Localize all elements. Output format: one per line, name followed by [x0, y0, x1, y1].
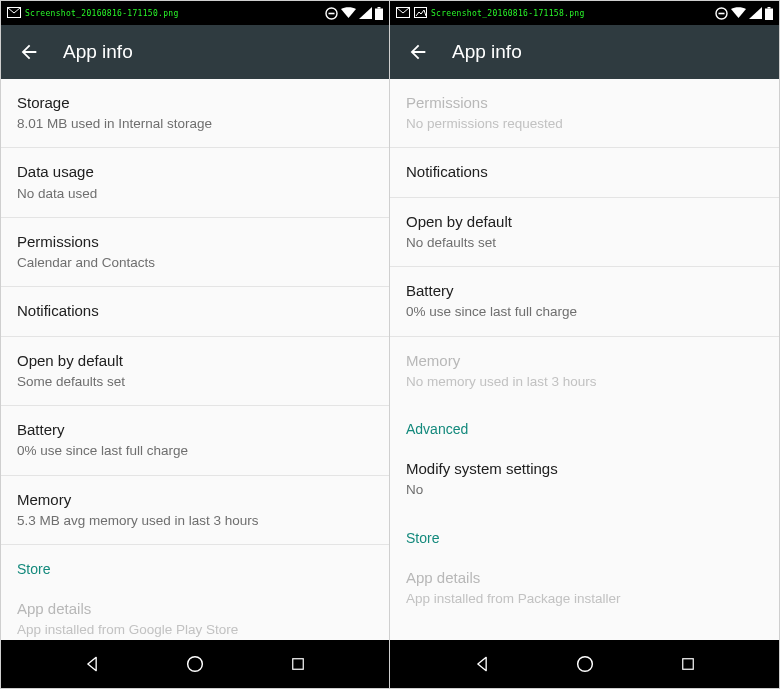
- phone-right: Screenshot_20160816-171158.png App info …: [390, 0, 780, 689]
- battery-icon: [765, 7, 773, 20]
- nav-back[interactable]: [64, 640, 120, 688]
- status-filename: Screenshot_20160816-171150.png: [25, 9, 179, 18]
- row-notifications[interactable]: Notifications: [390, 148, 779, 197]
- row-title: Open by default: [17, 351, 373, 371]
- row-title: Storage: [17, 93, 373, 113]
- nav-recent[interactable]: [660, 640, 716, 688]
- row-title: Open by default: [406, 212, 763, 232]
- row-subtitle: Some defaults set: [17, 373, 373, 391]
- row-subtitle: No memory used in last 3 hours: [406, 373, 763, 391]
- row-title: Data usage: [17, 162, 373, 182]
- nav-bar: [1, 640, 389, 688]
- signal-icon: [749, 7, 762, 19]
- row-title: Permissions: [17, 232, 373, 252]
- row-subtitle: 0% use since last full charge: [406, 303, 763, 321]
- status-filename: Screenshot_20160816-171158.png: [431, 9, 585, 18]
- row-title: Notifications: [406, 162, 763, 182]
- row-subtitle: App installed from Package installer: [406, 590, 763, 608]
- row-title: Battery: [17, 420, 373, 440]
- svg-rect-11: [765, 8, 773, 20]
- row-subtitle: Calendar and Contacts: [17, 254, 373, 272]
- row-title: Permissions: [406, 93, 763, 113]
- page-title: App info: [63, 41, 133, 63]
- svg-rect-14: [682, 659, 693, 670]
- row-subtitle: 0% use since last full charge: [17, 442, 373, 460]
- svg-rect-12: [768, 7, 771, 9]
- row-battery[interactable]: Battery 0% use since last full charge: [390, 267, 779, 336]
- status-left: Screenshot_20160816-171150.png: [7, 7, 179, 20]
- row-permissions[interactable]: Permissions Calendar and Contacts: [1, 218, 389, 287]
- page-title: App info: [452, 41, 522, 63]
- row-memory[interactable]: Memory 5.3 MB avg memory used in last 3 …: [1, 476, 389, 545]
- wifi-icon: [731, 7, 746, 19]
- row-battery[interactable]: Battery 0% use since last full charge: [1, 406, 389, 475]
- section-store: Store: [390, 514, 779, 554]
- row-open-by-default[interactable]: Open by default No defaults set: [390, 198, 779, 267]
- row-subtitle: No data used: [17, 185, 373, 203]
- row-subtitle: 8.01 MB used in Internal storage: [17, 115, 373, 133]
- row-title: App details: [17, 599, 373, 619]
- row-modify-system[interactable]: Modify system settings No: [390, 445, 779, 513]
- row-permissions: Permissions No permissions requested: [390, 79, 779, 148]
- row-data-usage[interactable]: Data usage No data used: [1, 148, 389, 217]
- nav-bar: [390, 640, 779, 688]
- svg-point-5: [188, 657, 203, 672]
- row-title: Memory: [406, 351, 763, 371]
- row-subtitle: No: [406, 481, 763, 499]
- row-subtitle: 5.3 MB avg memory used in last 3 hours: [17, 512, 373, 530]
- phone-left: Screenshot_20160816-171150.png App info …: [0, 0, 390, 689]
- row-subtitle: No permissions requested: [406, 115, 763, 133]
- row-memory: Memory No memory used in last 3 hours: [390, 337, 779, 405]
- svg-rect-6: [292, 659, 303, 670]
- nav-home[interactable]: [167, 640, 223, 688]
- status-right: [325, 7, 383, 20]
- image-icon: [414, 7, 427, 20]
- status-bar: Screenshot_20160816-171150.png: [1, 1, 389, 25]
- toolbar: App info: [1, 25, 389, 79]
- svg-point-13: [577, 657, 592, 672]
- toolbar: App info: [390, 25, 779, 79]
- settings-list[interactable]: Storage 8.01 MB used in Internal storage…: [1, 79, 389, 640]
- row-title: Battery: [406, 281, 763, 301]
- status-left: Screenshot_20160816-171158.png: [396, 7, 585, 20]
- back-button[interactable]: [11, 34, 47, 70]
- wifi-icon: [341, 7, 356, 19]
- row-title: Notifications: [17, 301, 373, 321]
- nav-recent[interactable]: [270, 640, 326, 688]
- section-advanced: Advanced: [390, 405, 779, 445]
- row-app-details[interactable]: App details App installed from Package i…: [390, 554, 779, 622]
- svg-rect-4: [378, 7, 381, 9]
- row-subtitle: No defaults set: [406, 234, 763, 252]
- status-bar: Screenshot_20160816-171158.png: [390, 1, 779, 25]
- section-store: Store: [1, 545, 389, 585]
- row-app-details[interactable]: App details App installed from Google Pl…: [1, 585, 389, 640]
- settings-list[interactable]: Permissions No permissions requested Not…: [390, 79, 779, 640]
- gmail-icon: [7, 7, 21, 20]
- row-subtitle: App installed from Google Play Store: [17, 621, 373, 639]
- row-title: App details: [406, 568, 763, 588]
- row-title: Memory: [17, 490, 373, 510]
- dnd-icon: [715, 7, 728, 20]
- row-title: Modify system settings: [406, 459, 763, 479]
- dnd-icon: [325, 7, 338, 20]
- nav-back[interactable]: [454, 640, 510, 688]
- signal-icon: [359, 7, 372, 19]
- gmail-icon: [396, 7, 410, 20]
- battery-icon: [375, 7, 383, 20]
- nav-home[interactable]: [557, 640, 613, 688]
- row-storage[interactable]: Storage 8.01 MB used in Internal storage: [1, 79, 389, 148]
- row-open-by-default[interactable]: Open by default Some defaults set: [1, 337, 389, 406]
- back-button[interactable]: [400, 34, 436, 70]
- row-notifications[interactable]: Notifications: [1, 287, 389, 336]
- status-right: [715, 7, 773, 20]
- svg-rect-3: [375, 8, 383, 20]
